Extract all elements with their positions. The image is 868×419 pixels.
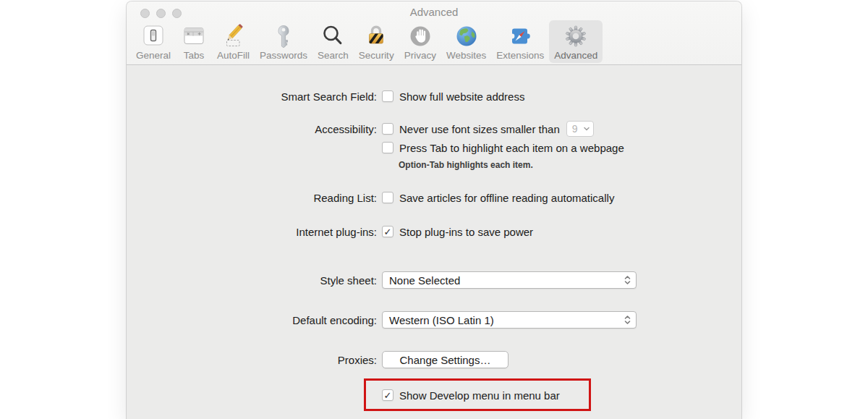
checkbox-label: Press Tab to highlight each item on a we… (399, 142, 624, 154)
plugins-row: Internet plug-ins: ✓ Stop plug-ins to sa… (127, 222, 533, 241)
style-sheet-select[interactable]: None Selected (382, 271, 637, 289)
tab-tabs[interactable]: Tabs (176, 20, 212, 63)
min-font-size-value: 9 (572, 123, 578, 135)
tab-label: Websites (446, 50, 486, 61)
proxies-label: Proxies: (127, 354, 377, 366)
min-font-size-select[interactable]: 9 (566, 121, 594, 137)
smart-search-row: Smart Search Field: Show full website ad… (127, 87, 524, 106)
show-full-address-checkbox[interactable] (382, 90, 393, 102)
checkbox-label: Show Develop menu in menu bar (399, 389, 560, 402)
reading-list-label: Reading List: (127, 192, 377, 204)
tab-label: Passwords (260, 50, 307, 61)
select-value: Western (ISO Latin 1) (389, 314, 494, 326)
tab-label: General (136, 50, 171, 61)
stepper-icon (624, 275, 631, 286)
tab-autofill[interactable]: AutoFill (212, 20, 255, 63)
stepper-icon (624, 315, 631, 326)
tab-extensions[interactable]: Extensions (491, 20, 549, 63)
style-sheet-label: Style sheet: (127, 274, 377, 287)
tab-security[interactable]: Security (354, 20, 399, 63)
tab-label: Extensions (496, 50, 544, 61)
key-icon (271, 23, 297, 49)
style-sheet-row: Style sheet: None Selected (127, 271, 637, 289)
hand-icon (407, 23, 433, 49)
tab-label: AutoFill (217, 50, 250, 61)
pencil-icon (221, 23, 247, 49)
option-tab-note: Option-Tab highlights each item. (399, 160, 533, 170)
proxies-row: Proxies: Change Settings… (127, 350, 509, 369)
checkbox-label: Stop plug-ins to save power (399, 226, 533, 238)
puzzle-icon (507, 23, 533, 49)
tab-label: Advanced (554, 50, 597, 61)
checkbox-label: Never use font sizes smaller than (399, 123, 560, 135)
accessibility-row-2: Press Tab to highlight each item on a we… (127, 138, 624, 157)
change-settings-button[interactable]: Change Settings… (382, 351, 509, 368)
develop-menu-row: ✓ Show Develop menu in menu bar (382, 386, 560, 405)
encoding-row: Default encoding: Western (ISO Latin 1) (127, 310, 637, 329)
tab-websites[interactable]: Websites (441, 20, 491, 63)
globe-icon (454, 23, 480, 49)
accessibility-row-1: Accessibility: Never use font sizes smal… (127, 119, 594, 138)
switch-icon (140, 23, 166, 49)
tab-privacy[interactable]: Privacy (399, 20, 441, 63)
chevron-down-icon (583, 126, 590, 132)
tab-label: Privacy (404, 50, 436, 61)
checkmark-icon: ✓ (384, 391, 392, 400)
padlock-icon (363, 23, 389, 49)
window-title: Advanced (127, 6, 741, 18)
min-font-size-checkbox[interactable] (382, 123, 393, 135)
encoding-label: Default encoding: (127, 314, 377, 326)
stop-plugins-checkbox[interactable]: ✓ (382, 226, 393, 237)
checkbox-label: Show full website address (399, 90, 524, 103)
checkmark-icon: ✓ (384, 227, 392, 237)
tab-passwords[interactable]: Passwords (255, 20, 312, 63)
press-tab-checkbox[interactable] (382, 142, 393, 153)
gear-icon (563, 23, 589, 49)
tab-label: Tabs (184, 50, 205, 61)
checkbox-label: Save articles for offline reading automa… (399, 192, 614, 204)
show-develop-menu-checkbox[interactable]: ✓ (382, 389, 393, 401)
reading-list-row: Reading List: Save articles for offline … (127, 188, 614, 207)
smart-search-label: Smart Search Field: (127, 90, 377, 103)
tabs-window-icon (181, 23, 207, 49)
accessibility-label: Accessibility: (127, 123, 377, 135)
tab-label: Search (318, 50, 349, 61)
tab-advanced[interactable]: Advanced (549, 20, 603, 63)
tab-search[interactable]: Search (312, 20, 354, 63)
save-articles-checkbox[interactable] (382, 192, 393, 203)
tab-label: Security (359, 50, 394, 61)
safari-preferences-window: Advanced General Tab (127, 1, 741, 419)
encoding-select[interactable]: Western (ISO Latin 1) (382, 311, 637, 329)
magnifier-icon (320, 23, 346, 49)
window-chrome: Advanced General Tab (127, 1, 741, 65)
tab-general[interactable]: General (131, 20, 176, 63)
plugins-label: Internet plug-ins: (127, 226, 377, 238)
preferences-toolbar: General Tabs (131, 20, 603, 63)
select-value: None Selected (389, 274, 460, 287)
